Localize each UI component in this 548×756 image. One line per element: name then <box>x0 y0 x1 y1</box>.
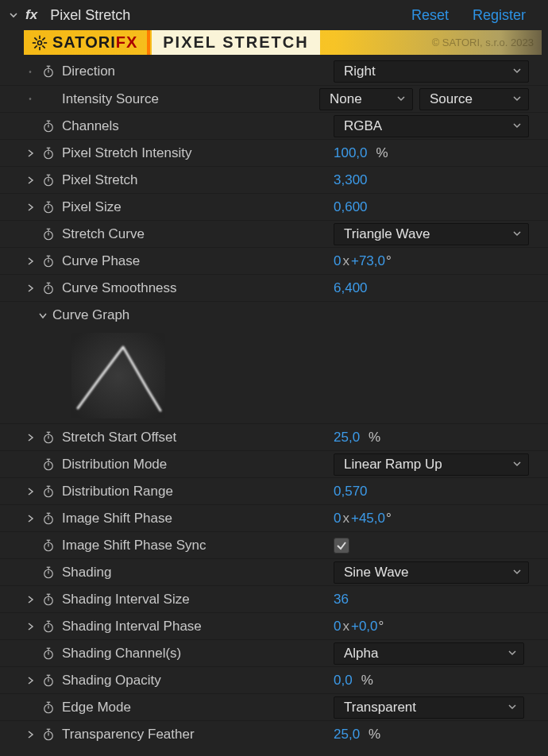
param-row-shading-channels: Shading Channel(s) Alpha <box>0 639 548 666</box>
select-value: Sine Wave <box>344 565 409 580</box>
stopwatch-icon[interactable] <box>40 726 57 743</box>
stopwatch-icon[interactable] <box>40 672 57 689</box>
param-row-stretch-start-offset: Stretch Start Offset 25,0% <box>0 423 548 450</box>
shading-interval-phase-value[interactable]: 0x+0,0° <box>334 619 384 634</box>
param-label: Stretch Curve <box>62 226 145 242</box>
param-label: Image Shift Phase <box>62 511 172 526</box>
stopwatch-icon[interactable] <box>40 510 57 527</box>
param-row-pixel-size: Pixel Size 0,600 <box>0 193 548 220</box>
twirl-right-icon[interactable] <box>24 434 37 442</box>
shading-opacity-value[interactable]: 0,0 <box>334 673 353 688</box>
stopwatch-icon[interactable] <box>40 145 57 162</box>
bullet-icon: • <box>24 68 37 76</box>
stopwatch-icon[interactable] <box>40 63 57 80</box>
twirl-right-icon[interactable] <box>24 149 37 157</box>
effect-title[interactable]: Pixel Stretch <box>50 7 130 24</box>
stopwatch-icon[interactable] <box>40 199 57 216</box>
stopwatch-icon[interactable] <box>40 118 57 135</box>
fx-badge[interactable]: fx <box>25 7 37 23</box>
stopwatch-icon[interactable] <box>40 429 57 446</box>
param-label: Shading <box>62 565 111 580</box>
stopwatch-icon[interactable] <box>40 172 57 189</box>
stopwatch-icon[interactable] <box>40 537 57 554</box>
direction-select[interactable]: Right <box>334 60 529 83</box>
twirl-right-icon[interactable] <box>24 203 37 211</box>
stopwatch-icon[interactable] <box>40 253 57 270</box>
banner-divider <box>147 30 150 55</box>
param-row-channels: Channels RGBA <box>0 112 548 139</box>
product-name: PIXEL STRETCH <box>152 30 319 55</box>
twirl-right-icon[interactable] <box>24 596 37 604</box>
twirl-right-icon[interactable] <box>24 257 37 265</box>
curve-smoothness-value[interactable]: 6,400 <box>334 280 368 296</box>
twirl-down-icon[interactable] <box>37 311 49 319</box>
unit: % <box>376 145 388 161</box>
select-value: Alpha <box>344 646 378 662</box>
stopwatch-icon[interactable] <box>40 591 57 608</box>
stretch-start-offset-value[interactable]: 25,0 <box>334 430 360 446</box>
intensity-source-layer-select[interactable]: None <box>319 88 413 110</box>
chevron-down-icon <box>507 646 517 662</box>
distribution-range-value[interactable]: 0,570 <box>334 484 368 499</box>
param-row-pixel-stretch: Pixel Stretch 3,300 <box>0 166 548 193</box>
pixel-size-value[interactable]: 0,600 <box>334 199 368 215</box>
unit: % <box>369 430 380 446</box>
stopwatch-icon[interactable] <box>40 483 57 500</box>
chevron-down-icon <box>512 457 522 472</box>
image-shift-phase-sync-checkbox[interactable] <box>334 538 349 554</box>
twirl-right-icon[interactable] <box>24 731 37 739</box>
shading-interval-size-value[interactable]: 36 <box>334 592 349 608</box>
brand-text-a: SATORI <box>52 33 116 51</box>
twirl-right-icon[interactable] <box>24 515 37 523</box>
twirl-right-icon[interactable] <box>24 623 37 631</box>
twirl-right-icon[interactable] <box>24 176 37 184</box>
curve-phase-value[interactable]: 0x+73,0° <box>334 253 392 269</box>
param-row-shading: Shading Sine Wave <box>0 558 548 585</box>
stretch-curve-select[interactable]: Triangle Wave <box>334 223 529 245</box>
param-row-curve-phase: Curve Phase 0x+73,0° <box>0 247 548 274</box>
stopwatch-icon[interactable] <box>40 280 57 297</box>
shading-select[interactable]: Sine Wave <box>334 561 529 584</box>
chevron-down-icon <box>512 64 522 79</box>
svg-line-7 <box>34 45 37 48</box>
stopwatch-icon[interactable] <box>40 226 57 243</box>
stopwatch-icon[interactable] <box>40 699 57 716</box>
param-row-curve-smoothness: Curve Smoothness 6,400 <box>0 274 548 301</box>
chevron-down-icon <box>396 91 406 107</box>
twirl-right-icon[interactable] <box>24 488 37 496</box>
intensity-value[interactable]: 100,0 <box>334 145 368 161</box>
twirl-right-icon[interactable] <box>24 677 37 685</box>
transparency-feather-value[interactable]: 25,0 <box>334 727 360 742</box>
svg-line-5 <box>34 37 37 40</box>
brand-text-b: FX <box>116 33 138 51</box>
param-row-stretch-curve: Stretch Curve Triangle Wave <box>0 220 548 247</box>
param-label: Pixel Stretch Intensity <box>62 145 191 161</box>
stopwatch-icon[interactable] <box>40 456 57 473</box>
edge-mode-select[interactable]: Transparent <box>334 696 524 719</box>
plugin-banner: SATORIFX PIXEL STRETCH © SATORI, s.r.o. … <box>24 30 542 55</box>
twirl-right-icon[interactable] <box>24 284 37 292</box>
stopwatch-icon[interactable] <box>40 618 57 635</box>
intensity-source-stream-select[interactable]: Source <box>419 88 529 110</box>
collapse-effect-icon[interactable] <box>8 10 19 21</box>
image-shift-phase-value[interactable]: 0x+45,0° <box>334 511 392 526</box>
reset-button[interactable]: Reset <box>411 7 449 24</box>
register-button[interactable]: Register <box>473 7 526 24</box>
param-row-intensity: Pixel Stretch Intensity 100,0% <box>0 139 548 166</box>
param-row-direction: • Direction Right <box>0 58 548 85</box>
copyright-text: © SATORI, s.r.o. 2023 <box>432 37 534 48</box>
channels-select[interactable]: RGBA <box>334 115 529 137</box>
param-row-edge-mode: Edge Mode Transparent <box>0 693 548 720</box>
distribution-mode-select[interactable]: Linear Ramp Up <box>334 453 529 476</box>
param-label: Edge Mode <box>62 700 131 716</box>
param-row-distribution-mode: Distribution Mode Linear Ramp Up <box>0 450 548 477</box>
param-label: Shading Interval Size <box>62 592 190 608</box>
starburst-icon <box>32 35 48 51</box>
param-label: Pixel Size <box>62 199 122 215</box>
param-label: Distribution Range <box>62 484 173 499</box>
param-row-transparency-feather: Transparency Feather 25,0% <box>0 720 548 747</box>
stopwatch-icon[interactable] <box>40 645 57 662</box>
shading-channels-select[interactable]: Alpha <box>334 642 524 665</box>
stopwatch-icon[interactable] <box>40 564 57 581</box>
pixel-stretch-value[interactable]: 3,300 <box>334 172 368 188</box>
